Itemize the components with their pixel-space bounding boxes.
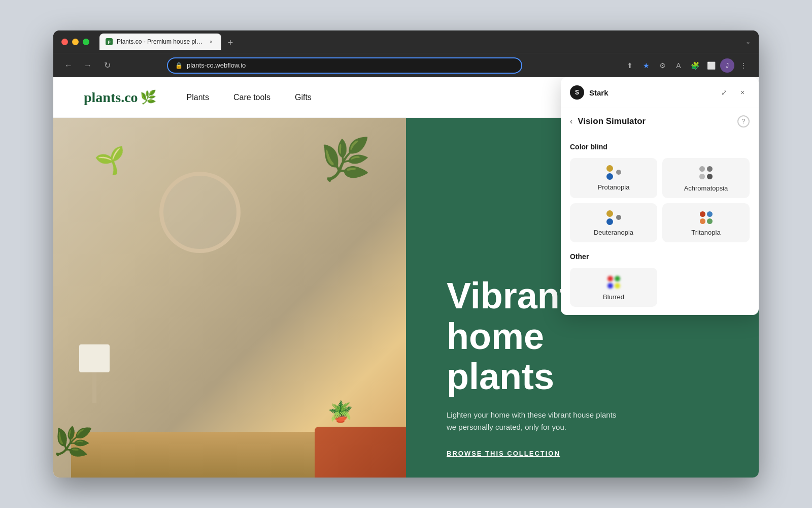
stark-subheader: ‹ Vision Simulator ? bbox=[561, 118, 759, 135]
tab-favicon: p bbox=[106, 38, 113, 45]
address-bar: ← → ↻ 🔒 plants-co.webflow.io ⬆ ★ ⚙ A 🧩 ⬜… bbox=[53, 53, 759, 77]
nav-care-tools[interactable]: Care tools bbox=[233, 93, 270, 102]
tritanopia-label: Tritanopia bbox=[691, 229, 720, 236]
active-tab[interactable]: p Plants.co - Premium house pla... × bbox=[99, 34, 221, 50]
more-button[interactable]: ⋮ bbox=[736, 58, 751, 73]
back-button[interactable]: ← bbox=[61, 58, 76, 73]
achromatopsia-label: Achromatopsia bbox=[684, 184, 728, 192]
deuteranopia-label: Deuteranopia bbox=[594, 229, 633, 236]
page-content: plants.co 🌿 Plants Care tools Gifts 🌿 🌱 … bbox=[53, 77, 759, 478]
title-bar: p Plants.co - Premium house pla... × + ⌄ bbox=[53, 30, 759, 53]
achromatopsia-card[interactable]: Achromatopsia bbox=[662, 158, 750, 198]
maximize-traffic-light[interactable] bbox=[83, 39, 89, 45]
vase-decor: 🪴 bbox=[328, 400, 353, 424]
site-nav-links: Plants Care tools Gifts bbox=[187, 93, 312, 102]
tritanopia-icon bbox=[700, 211, 713, 224]
achromatopsia-icon bbox=[699, 166, 713, 179]
sidebar-button[interactable]: ⬜ bbox=[704, 58, 718, 73]
stark-panel: S Stark ⤢ × ‹ Vision Simulator ? Colo bbox=[561, 118, 759, 315]
tab-expand-button[interactable]: ⌄ bbox=[746, 38, 751, 45]
refresh-button[interactable]: ↻ bbox=[100, 58, 114, 73]
panel-title: Vision Simulator bbox=[578, 118, 732, 126]
vision-options-grid: Protanopia Achromatopsia bbox=[570, 158, 750, 242]
hero-section: 🌿 🌱 🪴 🌿 Vibranthomeplants Lighten your h… bbox=[53, 118, 759, 478]
room-image: 🌿 🌱 🪴 🌿 bbox=[53, 118, 406, 478]
logo-leaf-icon: 🌿 bbox=[140, 89, 156, 105]
logo-text: plants.co bbox=[84, 89, 138, 106]
tab-close-button[interactable]: × bbox=[207, 38, 215, 46]
back-to-menu-button[interactable]: ‹ bbox=[570, 118, 572, 126]
leaves-decor: 🌿 bbox=[53, 421, 94, 463]
big-plant-decor: 🌿 bbox=[320, 136, 371, 183]
extensions-button[interactable]: 🧩 bbox=[688, 58, 702, 73]
deuteranopia-icon bbox=[606, 211, 621, 224]
cta-button[interactable]: BROWSE THIS COLLECTION bbox=[447, 450, 728, 457]
minimize-traffic-light[interactable] bbox=[72, 39, 79, 45]
forward-button[interactable]: → bbox=[81, 58, 95, 73]
nav-plants[interactable]: Plants bbox=[187, 93, 209, 102]
translate-button[interactable]: A bbox=[671, 58, 686, 73]
blurred-icon bbox=[607, 276, 620, 288]
toolbar-icons: ⬆ ★ ⚙ A 🧩 ⬜ J ⋮ bbox=[623, 58, 751, 73]
new-tab-button[interactable]: + bbox=[223, 36, 238, 50]
protanopia-icon bbox=[606, 166, 621, 178]
hanging-plant-decor: 🌱 bbox=[93, 144, 129, 179]
lock-icon: 🔒 bbox=[175, 62, 183, 69]
hero-subtext: Lighten your home with these vibrant hou… bbox=[447, 409, 619, 433]
close-traffic-light[interactable] bbox=[61, 39, 68, 45]
share-button[interactable]: ⬆ bbox=[623, 58, 637, 73]
url-text: plants-co.webflow.io bbox=[187, 61, 514, 69]
tab-title: Plants.co - Premium house pla... bbox=[117, 38, 203, 45]
stark-panel-body: Color blind Protanopia bbox=[561, 135, 759, 315]
deuteranopia-card[interactable]: Deuteranopia bbox=[570, 203, 657, 242]
protanopia-card[interactable]: Protanopia bbox=[570, 158, 657, 198]
url-bar[interactable]: 🔒 plants-co.webflow.io bbox=[167, 57, 522, 74]
tabs-bar: p Plants.co - Premium house pla... × + bbox=[99, 34, 739, 50]
nav-gifts[interactable]: Gifts bbox=[295, 93, 312, 102]
browser-window: p Plants.co - Premium house pla... × + ⌄… bbox=[53, 30, 759, 478]
room-mirror-decor bbox=[159, 172, 241, 253]
blurred-label: Blurred bbox=[603, 293, 624, 301]
other-label: Other bbox=[570, 252, 750, 261]
lamp-decor bbox=[82, 344, 107, 405]
site-logo[interactable]: plants.co 🌿 bbox=[84, 89, 156, 106]
blurred-card[interactable]: Blurred bbox=[570, 268, 657, 307]
profile-avatar[interactable]: J bbox=[720, 58, 734, 73]
traffic-lights bbox=[61, 39, 89, 45]
help-button[interactable]: ? bbox=[737, 118, 750, 128]
hero-image: 🌿 🌱 🪴 🌿 bbox=[53, 118, 406, 478]
tritanopia-card[interactable]: Tritanopia bbox=[662, 203, 750, 242]
bookmark-button[interactable]: ★ bbox=[639, 58, 653, 73]
color-blind-label: Color blind bbox=[570, 143, 750, 151]
sofa-decor bbox=[315, 427, 406, 478]
protanopia-label: Protanopia bbox=[598, 183, 630, 191]
gear-button[interactable]: ⚙ bbox=[655, 58, 669, 73]
